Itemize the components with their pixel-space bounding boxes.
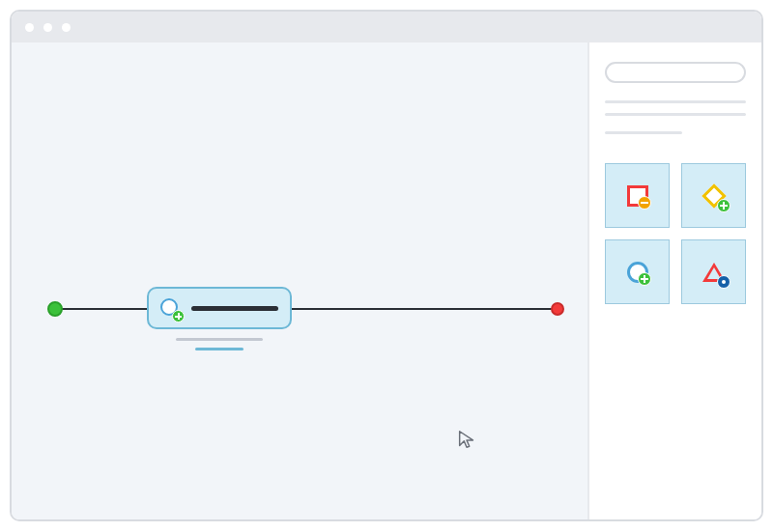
sidebar-panel bbox=[589, 42, 761, 519]
placeholder-line bbox=[605, 113, 746, 116]
cursor-pointer-icon bbox=[456, 429, 477, 450]
traffic-light-minimize-icon[interactable] bbox=[43, 23, 52, 32]
diamond-icon-wrap bbox=[703, 185, 725, 207]
square-icon bbox=[627, 185, 648, 207]
search-input[interactable] bbox=[605, 62, 746, 83]
timeline-start-node[interactable] bbox=[47, 301, 63, 317]
window-titlebar bbox=[12, 12, 761, 42]
node-icon-circle-add bbox=[160, 298, 180, 318]
info-badge-icon bbox=[717, 275, 730, 289]
timeline-track bbox=[54, 308, 558, 310]
plus-badge-icon bbox=[172, 310, 185, 322]
palette-item-square-remove[interactable] bbox=[605, 163, 670, 228]
palette-item-diamond-add[interactable] bbox=[681, 163, 746, 228]
sidebar-section-heading bbox=[605, 100, 746, 116]
app-window bbox=[10, 10, 763, 521]
caption-line bbox=[176, 338, 263, 341]
palette-item-circle-add[interactable] bbox=[605, 239, 670, 304]
traffic-light-close-icon[interactable] bbox=[25, 23, 34, 32]
sidebar-section-sub bbox=[605, 131, 746, 134]
palette-item-triangle-info[interactable] bbox=[681, 239, 746, 304]
canvas-area[interactable] bbox=[12, 42, 589, 519]
timeline-end-node[interactable] bbox=[551, 302, 564, 316]
node-caption bbox=[171, 338, 268, 350]
window-body bbox=[12, 42, 761, 519]
minus-badge-icon bbox=[638, 196, 651, 210]
plus-badge-icon bbox=[638, 272, 651, 286]
triangle-icon-wrap bbox=[703, 262, 725, 283]
shape-palette bbox=[605, 163, 746, 304]
timeline-node-card[interactable] bbox=[147, 287, 292, 329]
traffic-light-zoom-icon[interactable] bbox=[62, 23, 71, 32]
placeholder-line bbox=[605, 100, 746, 103]
caption-line-highlight bbox=[195, 348, 243, 350]
plus-badge-icon bbox=[717, 199, 730, 212]
node-title-placeholder bbox=[191, 306, 278, 311]
circle-icon bbox=[627, 262, 648, 283]
placeholder-line bbox=[605, 131, 682, 134]
